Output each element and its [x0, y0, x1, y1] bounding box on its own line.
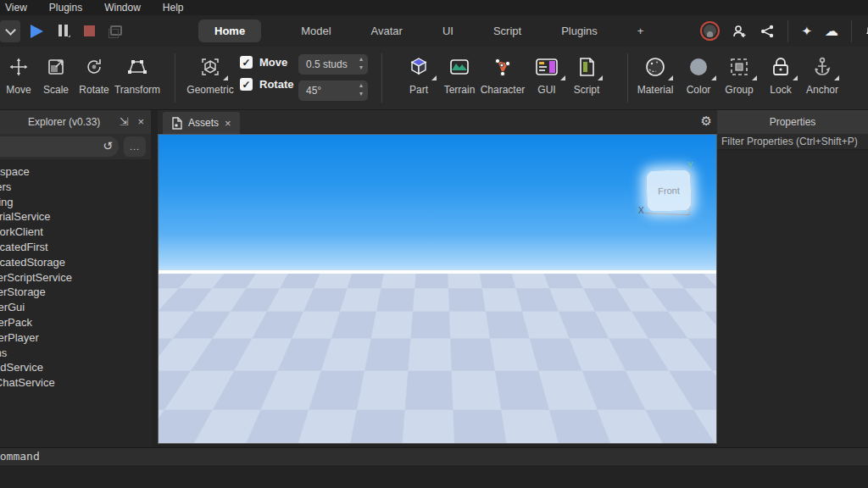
properties-title: Properties	[770, 116, 816, 128]
menu-plugins[interactable]: Plugins	[49, 2, 82, 14]
popout-icon[interactable]: ⇲	[120, 115, 129, 128]
explorer-search-row: ↺ ...	[0, 134, 151, 159]
properties-filter-input[interactable]: Filter Properties (Ctrl+Shift+P)	[717, 134, 868, 150]
tree-item-teams[interactable]: Teams	[0, 346, 151, 361]
viewport-settings-gear-icon[interactable]: ⚙	[701, 114, 712, 129]
tree-item-lighting[interactable]: Lighting	[0, 195, 151, 210]
tree-item-serverstorage[interactable]: ServerStorage	[0, 285, 151, 300]
y-axis-label: Y	[687, 161, 693, 170]
group-button[interactable]: Group	[715, 55, 763, 96]
explorer-panel: Explorer (v0.33) ⇲ × ↺ ... Workspace Pla…	[0, 110, 151, 447]
tool-geometric[interactable]: Geometric	[183, 55, 237, 96]
insert-character-button[interactable]: Character	[476, 55, 529, 96]
checkbox-checked-icon: ✓	[240, 78, 253, 91]
material-button[interactable]: Material	[631, 55, 680, 96]
front-face-label: Front	[658, 186, 680, 197]
tree-item-soundservice[interactable]: SoundService	[0, 360, 151, 375]
snap-move-checkbox[interactable]: ✓ Move	[240, 56, 293, 69]
add-collaborator-icon[interactable]	[732, 25, 748, 38]
user-avatar-icon[interactable]	[700, 21, 720, 41]
properties-header: Properties	[717, 110, 868, 134]
dropdown-corner	[668, 75, 673, 80]
tab-ui[interactable]: UI	[442, 25, 453, 37]
command-bar-placeholder: Run a command	[0, 450, 40, 463]
tree-item-starterpack[interactable]: StarterPack	[0, 315, 151, 330]
pause-dropdown-corner	[68, 35, 70, 37]
history-icon[interactable]: ↺	[103, 139, 113, 153]
menu-bar: View Plugins Window Help	[0, 0, 868, 15]
client-server-toggle-icon[interactable]	[110, 25, 122, 36]
stop-button[interactable]	[84, 25, 95, 36]
menu-help[interactable]: Help	[163, 2, 184, 14]
tree-item-replicatedstorage[interactable]: ReplicatedStorage	[0, 255, 151, 270]
properties-panel: Properties Filter Properties (Ctrl+Shift…	[717, 110, 868, 447]
explorer-title: Explorer (v0.33)	[28, 116, 100, 128]
explorer-search-input[interactable]: ↺	[0, 136, 119, 157]
dropdown-corner	[834, 75, 839, 80]
center-pane: Assets × ⚙ Front X Y	[158, 110, 717, 447]
tree-item-textchatservice[interactable]: TextChatService	[0, 375, 151, 391]
stepper-arrows-icon[interactable]: ▴▾	[359, 55, 363, 72]
pause-button[interactable]	[58, 25, 70, 36]
tab-avatar[interactable]: Avatar	[371, 25, 403, 37]
collapse-ribbon-button[interactable]	[0, 20, 20, 42]
geometric-mode-icon	[199, 55, 221, 79]
close-icon[interactable]: ×	[137, 115, 144, 128]
tree-item-networkclient[interactable]: NetworkClient	[0, 225, 151, 240]
tree-item-players[interactable]: Players	[0, 180, 151, 195]
tree-item-startergui[interactable]: StarterGui	[0, 300, 151, 315]
cloud-icon[interactable]: ☁	[825, 23, 838, 39]
3d-viewport[interactable]: Front X Y	[158, 134, 717, 444]
tree-item-serverscriptservice[interactable]: ServerScriptService	[0, 270, 151, 286]
snap-checkboxes: ✓ Move ✓ Rotate	[240, 56, 293, 91]
lock-button[interactable]: Lock	[757, 55, 804, 96]
menu-window[interactable]: Window	[104, 2, 141, 14]
tool-transform[interactable]: Transform	[110, 55, 164, 96]
divider	[175, 53, 175, 103]
chevron-down-icon	[5, 25, 16, 36]
insert-script-button[interactable]: Script	[563, 55, 610, 96]
assistant-sparkle-icon[interactable]: ✦	[801, 24, 812, 39]
divider	[787, 20, 788, 42]
move-snap-stepper[interactable]: 0.5 studs ▴▾	[298, 54, 368, 75]
tab-script[interactable]: Script	[493, 25, 521, 37]
explorer-more-button[interactable]: ...	[124, 136, 146, 157]
rotate-snap-stepper[interactable]: 45° ▴▾	[298, 80, 368, 101]
explorer-header: Explorer (v0.33) ⇲ ×	[0, 110, 151, 134]
checkbox-checked-icon: ✓	[240, 56, 253, 69]
material-sphere-icon	[644, 55, 666, 79]
bottom-strip	[0, 464, 868, 488]
terrain-icon	[448, 55, 470, 79]
lock-icon	[771, 55, 791, 79]
close-tab-icon[interactable]: ×	[225, 117, 231, 130]
rotate-tool-icon	[84, 55, 104, 79]
tree-item-starterplayer[interactable]: StarterPlayer	[0, 330, 151, 346]
tab-home[interactable]: Home	[198, 19, 261, 42]
ribbon-tabs: Home Model Avatar UI Script Plugins +	[198, 15, 643, 47]
snap-rotate-checkbox[interactable]: ✓ Rotate	[240, 78, 293, 91]
tree-item-replicatedfirst[interactable]: ReplicatedFirst	[0, 240, 151, 255]
stepper-arrows-icon[interactable]: ▴▾	[359, 81, 363, 98]
notifications-bell-icon[interactable]	[865, 24, 868, 38]
horizon-fog	[159, 270, 716, 313]
document-icon	[171, 117, 182, 130]
x-axis-label: X	[638, 206, 644, 215]
scale-tool-icon	[46, 55, 66, 79]
dropdown-corner	[793, 75, 798, 80]
divider	[851, 20, 852, 42]
share-icon[interactable]	[760, 25, 775, 38]
gui-window-icon	[535, 55, 559, 79]
tree-item-workspace[interactable]: Workspace	[0, 164, 151, 180]
play-button[interactable]	[31, 25, 43, 38]
tab-add[interactable]: +	[637, 25, 644, 37]
tree-item-materialservice[interactable]: MaterialService	[0, 209, 151, 225]
tab-model[interactable]: Model	[301, 25, 331, 37]
selected-part[interactable]: Front	[646, 169, 692, 212]
snap-steppers: 0.5 studs ▴▾ 45° ▴▾	[298, 54, 368, 101]
tab-assets[interactable]: Assets ×	[163, 112, 240, 134]
command-bar[interactable]: Run a command	[0, 447, 868, 464]
anchor-button[interactable]: Anchor	[798, 55, 846, 96]
menu-view[interactable]: View	[5, 2, 27, 14]
move-tool-icon	[8, 55, 29, 79]
tab-plugins[interactable]: Plugins	[561, 25, 598, 37]
